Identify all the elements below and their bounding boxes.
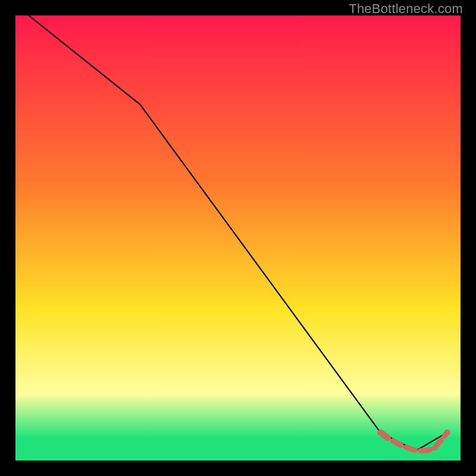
marker-end-dot: [444, 430, 450, 436]
chart-svg: [0, 0, 476, 476]
marker-lead: [380, 433, 387, 437]
chart-container: { "watermark": "TheBottleneck.com", "col…: [0, 0, 476, 476]
watermark-text: TheBottleneck.com: [349, 1, 463, 17]
